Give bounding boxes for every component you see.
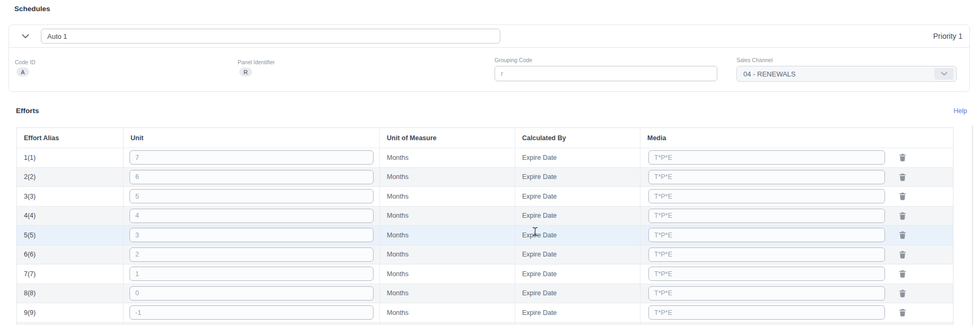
effort-alias-cell: 1(1) bbox=[17, 148, 123, 167]
unit-of-measure-cell: Months bbox=[379, 226, 515, 245]
effort-alias-cell: 6(6) bbox=[17, 245, 123, 264]
priority-label: Priority 1 bbox=[933, 32, 962, 40]
unit-of-measure-cell: Months bbox=[379, 168, 515, 187]
calculated-by-value: Expire Date bbox=[522, 289, 557, 297]
help-link[interactable]: Help bbox=[953, 107, 967, 115]
efforts-table-header: Effort Alias Unit Unit of Measure Calcul… bbox=[17, 128, 953, 148]
panel-identifier-badge: R bbox=[239, 67, 252, 76]
calculated-by-value: Expire Date bbox=[522, 270, 557, 278]
trash-icon[interactable] bbox=[899, 192, 906, 200]
table-row: 8(8) 0 Months Expire Date T*P*E bbox=[17, 284, 953, 303]
effort-alias-cell: 4(4) bbox=[17, 207, 123, 226]
code-id-field: Code ID A bbox=[15, 59, 36, 76]
calculated-by-cell: Expire Date bbox=[515, 226, 640, 245]
effort-alias-value: 5(5) bbox=[24, 232, 36, 239]
unit-cell bbox=[123, 323, 379, 325]
effort-alias-cell: 5(5) bbox=[17, 226, 123, 245]
media-cell: T*P*E bbox=[640, 187, 954, 206]
unit-of-measure-value: Months bbox=[387, 232, 409, 239]
trash-icon[interactable] bbox=[899, 173, 906, 181]
unit-of-measure-value: Months bbox=[387, 193, 409, 200]
unit-cell: 4 bbox=[123, 207, 379, 226]
col-header-unit: Unit bbox=[123, 128, 379, 148]
effort-alias-cell: 2(2) bbox=[17, 168, 123, 187]
calculated-by-value: Expire Date bbox=[522, 251, 557, 258]
table-row: 4(4) 4 Months Expire Date T*P*E bbox=[17, 206, 953, 226]
efforts-table-body: 1(1) 7 Months Expire Date T*P*E 2(2) 6 bbox=[17, 148, 953, 325]
calculated-by-cell: Expire Date bbox=[515, 148, 640, 167]
trash-icon[interactable] bbox=[899, 270, 906, 278]
schedule-card-fields: Code ID A Panel Identifier R Grouping Co… bbox=[9, 48, 969, 91]
unit-of-measure-cell: Months bbox=[379, 148, 515, 167]
media-input[interactable]: T*P*E bbox=[648, 305, 885, 320]
effort-alias-value: 1(1) bbox=[24, 154, 36, 161]
unit-input[interactable]: 2 bbox=[129, 247, 374, 262]
media-input[interactable]: T*P*E bbox=[648, 170, 885, 184]
schedule-card: Auto 1 Priority 1 Code ID A Panel Identi… bbox=[8, 24, 970, 92]
calculated-by-cell: Expire Date bbox=[515, 207, 640, 226]
trash-icon[interactable] bbox=[899, 289, 906, 297]
unit-of-measure-value: Months bbox=[387, 289, 409, 297]
media-input[interactable]: T*P*E bbox=[648, 150, 885, 165]
effort-alias-value: 4(4) bbox=[24, 212, 36, 219]
table-row: 2(2) 6 Months Expire Date T*P*E bbox=[17, 167, 953, 187]
unit-input[interactable]: 7 bbox=[129, 150, 374, 165]
unit-of-measure-cell: Months bbox=[379, 303, 515, 322]
trash-icon[interactable] bbox=[899, 231, 906, 239]
media-cell bbox=[640, 323, 954, 325]
unit-of-measure-cell: Months bbox=[379, 264, 515, 284]
panel-identifier-label: Panel Identifier bbox=[238, 59, 275, 65]
unit-input[interactable]: 5 bbox=[129, 189, 374, 203]
schedule-name-input[interactable]: Auto 1 bbox=[41, 29, 500, 44]
table-row: 1(1) 7 Months Expire Date T*P*E bbox=[17, 148, 953, 167]
unit-of-measure-value: Months bbox=[387, 251, 409, 258]
collapse-button[interactable] bbox=[22, 34, 29, 39]
table-row bbox=[17, 322, 953, 325]
calculated-by-cell: Expire Date bbox=[515, 284, 640, 303]
sales-channel-select[interactable]: 04 - RENEWALS bbox=[736, 66, 957, 82]
unit-cell: 6 bbox=[123, 168, 379, 187]
media-input[interactable]: T*P*E bbox=[648, 209, 885, 223]
media-input[interactable]: T*P*E bbox=[648, 189, 885, 203]
grouping-code-label: Grouping Code bbox=[495, 57, 717, 63]
media-input[interactable]: T*P*E bbox=[648, 267, 885, 281]
table-row: 5(5) 3 Months Expire Date T*P*E bbox=[17, 225, 953, 245]
effort-alias-value: 7(7) bbox=[24, 270, 36, 278]
unit-input[interactable]: 3 bbox=[129, 228, 374, 242]
media-cell: T*P*E bbox=[640, 207, 954, 226]
efforts-table: Effort Alias Unit Unit of Measure Calcul… bbox=[16, 127, 953, 325]
trash-icon[interactable] bbox=[899, 251, 906, 259]
calculated-by-value: Expire Date bbox=[522, 193, 557, 200]
schedule-card-header: Auto 1 Priority 1 bbox=[9, 25, 969, 48]
media-input[interactable]: T*P*E bbox=[648, 228, 885, 242]
effort-alias-value: 2(2) bbox=[24, 173, 36, 181]
grouping-code-input[interactable]: r bbox=[495, 66, 717, 81]
effort-alias-cell: 8(8) bbox=[17, 284, 123, 303]
unit-of-measure-cell: Months bbox=[379, 245, 515, 264]
col-header-calculated-by: Calculated By bbox=[515, 128, 640, 148]
trash-icon[interactable] bbox=[899, 309, 906, 317]
calculated-by-value: Expire Date bbox=[522, 154, 557, 161]
table-row: 9(9) -1 Months Expire Date T*P*E bbox=[17, 303, 953, 322]
sales-channel-value: 04 - RENEWALS bbox=[743, 70, 796, 78]
unit-input[interactable]: -1 bbox=[129, 305, 374, 320]
unit-input[interactable]: 0 bbox=[129, 286, 374, 301]
effort-alias-value: 9(9) bbox=[24, 309, 36, 317]
calculated-by-value: Expire Date bbox=[522, 232, 557, 239]
media-cell: T*P*E bbox=[640, 226, 954, 245]
unit-cell: -1 bbox=[123, 303, 379, 322]
media-input[interactable]: T*P*E bbox=[648, 286, 885, 301]
unit-cell: 2 bbox=[123, 245, 379, 264]
media-input[interactable]: T*P*E bbox=[648, 247, 885, 262]
efforts-title: Efforts bbox=[16, 107, 39, 115]
calculated-by-cell bbox=[515, 323, 640, 325]
effort-alias-cell: 3(3) bbox=[17, 187, 123, 206]
trash-icon[interactable] bbox=[899, 153, 906, 161]
scrollbar[interactable] bbox=[972, 126, 973, 325]
media-cell: T*P*E bbox=[640, 245, 954, 264]
unit-input[interactable]: 1 bbox=[129, 267, 374, 281]
media-cell: T*P*E bbox=[640, 148, 954, 167]
trash-icon[interactable] bbox=[899, 212, 906, 220]
unit-input[interactable]: 6 bbox=[129, 170, 374, 184]
unit-input[interactable]: 4 bbox=[129, 209, 374, 223]
